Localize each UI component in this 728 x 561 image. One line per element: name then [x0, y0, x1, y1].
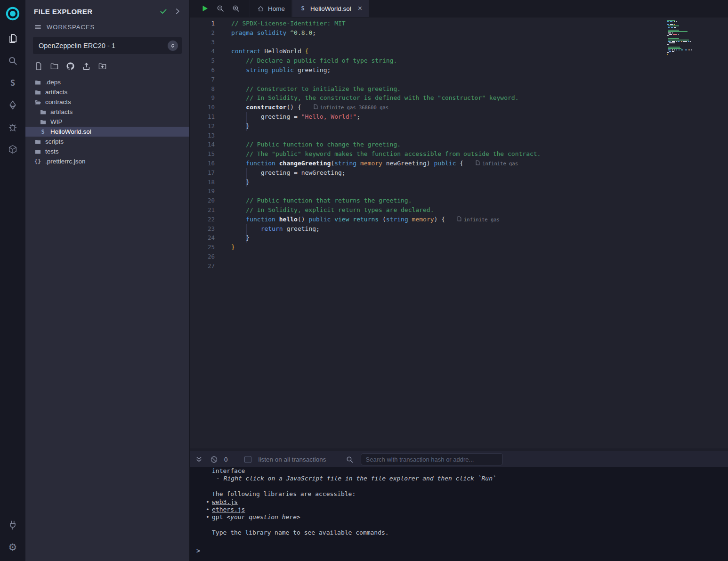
line-numbers[interactable]: 1234567891011121314151617181920212223242…: [190, 19, 224, 271]
line-number[interactable]: 12: [190, 122, 224, 131]
code-line[interactable]: }: [231, 233, 662, 243]
code-line[interactable]: }: [231, 122, 662, 131]
create-folder-icon[interactable]: [50, 62, 59, 71]
code-line[interactable]: // The "public" keyword makes the functi…: [231, 149, 662, 159]
play-icon[interactable]: [201, 4, 209, 13]
tree-item-artifacts[interactable]: artifacts: [25, 107, 189, 117]
close-icon[interactable]: ×: [358, 5, 362, 12]
solidity-compiler-icon[interactable]: S: [0, 72, 25, 94]
line-number[interactable]: 14: [190, 140, 224, 149]
search-icon[interactable]: [0, 49, 25, 72]
line-number[interactable]: 8: [190, 84, 224, 94]
plugin-manager-icon[interactable]: [0, 514, 25, 536]
code-line[interactable]: return greeting;: [231, 224, 662, 234]
code-line[interactable]: // SPDX-License-Identifier: MIT: [231, 19, 662, 28]
line-number[interactable]: 11: [190, 112, 224, 122]
check-icon[interactable]: [159, 7, 168, 16]
code-line[interactable]: // Public function that returns the gree…: [231, 196, 662, 205]
line-number[interactable]: 18: [190, 178, 224, 187]
code-line[interactable]: [231, 252, 662, 261]
workspace-select[interactable]: OpenZeppelin ERC20 - 1: [33, 37, 182, 54]
code-line[interactable]: [231, 38, 662, 47]
code-line[interactable]: function hello() public view returns (st…: [231, 215, 662, 224]
terminal-search-input[interactable]: [361, 453, 503, 465]
code-line[interactable]: [231, 131, 662, 140]
terminal-link[interactable]: web3.js: [212, 498, 238, 505]
tree-item-artifacts[interactable]: artifacts: [25, 87, 189, 97]
line-number[interactable]: 15: [190, 149, 224, 159]
line-number[interactable]: 21: [190, 205, 224, 215]
chevrons-down-icon[interactable]: [195, 455, 203, 463]
workspace-toggle-icon[interactable]: [168, 41, 178, 51]
publish-to-gist-icon[interactable]: [66, 62, 75, 71]
chevron-right-icon[interactable]: [173, 7, 182, 16]
line-number[interactable]: 2: [190, 28, 224, 38]
tree-item-tests[interactable]: tests: [25, 146, 189, 156]
code-line[interactable]: }: [231, 243, 662, 252]
code-line[interactable]: pragma solidity ^0.8.0;: [231, 28, 662, 38]
code-line[interactable]: // Declare a public field of type string…: [231, 56, 662, 65]
code-line[interactable]: // In Solidity, the constructor is defin…: [231, 93, 662, 103]
code-line[interactable]: function changeGreeting(string memory ne…: [231, 159, 662, 168]
minimap[interactable]: [667, 19, 726, 57]
tree-item-wip[interactable]: WIP: [25, 117, 189, 127]
search-icon[interactable]: [346, 455, 354, 463]
deploy-run-icon[interactable]: [0, 94, 25, 116]
zoom-out-icon[interactable]: [216, 4, 225, 13]
file-explorer-icon[interactable]: [0, 27, 25, 49]
line-number[interactable]: 7: [190, 75, 224, 84]
listen-transactions-checkbox[interactable]: [244, 456, 251, 463]
tab-home[interactable]: Home: [250, 0, 292, 17]
code-line[interactable]: [231, 187, 662, 196]
tree-item--prettierrc-json[interactable]: {}.prettierrc.json: [25, 156, 189, 166]
line-number[interactable]: 24: [190, 233, 224, 243]
code-line[interactable]: [231, 261, 662, 271]
clear-console-icon[interactable]: [210, 455, 218, 463]
zoom-in-icon[interactable]: [232, 4, 240, 13]
tree-item-helloworld-sol[interactable]: SHelloWorld.sol: [25, 127, 189, 137]
learneth-icon[interactable]: [0, 138, 25, 160]
terminal-prompt[interactable]: >: [196, 547, 200, 554]
code-line[interactable]: greeting = "Hello, World!";: [231, 112, 662, 122]
line-number[interactable]: 13: [190, 131, 224, 140]
line-number[interactable]: 25: [190, 243, 224, 252]
line-number[interactable]: 23: [190, 224, 224, 234]
code-line[interactable]: [231, 75, 662, 84]
tree-item-scripts[interactable]: scripts: [25, 137, 189, 146]
line-number[interactable]: 26: [190, 252, 224, 261]
code-content[interactable]: // SPDX-License-Identifier: MITpragma so…: [231, 19, 662, 271]
line-number[interactable]: 1: [190, 19, 224, 28]
code-line[interactable]: constructor() {infinite gas 368600 gas: [231, 103, 662, 112]
debugger-icon[interactable]: [0, 116, 25, 138]
code-line[interactable]: // Public function to change the greetin…: [231, 140, 662, 149]
code-line[interactable]: contract HelloWorld {: [231, 47, 662, 56]
line-number[interactable]: 9: [190, 93, 224, 103]
upload-file-icon[interactable]: [82, 62, 91, 71]
create-file-icon[interactable]: [34, 62, 43, 71]
tab-helloworld-sol[interactable]: SHelloWorld.sol×: [292, 0, 369, 17]
tree-item-contracts[interactable]: contracts: [25, 97, 189, 107]
hamburger-icon[interactable]: [34, 23, 42, 31]
line-number[interactable]: 19: [190, 187, 224, 196]
settings-icon[interactable]: ⚙: [0, 536, 25, 558]
code-line[interactable]: // Constructor to initialize the greetin…: [231, 84, 662, 94]
line-number[interactable]: 27: [190, 261, 224, 271]
terminal-link[interactable]: ethers.js: [212, 506, 245, 513]
line-number[interactable]: 4: [190, 47, 224, 56]
terminal-content[interactable]: interface- Right click on a JavaScript f…: [190, 467, 728, 561]
line-number[interactable]: 3: [190, 38, 224, 47]
line-number[interactable]: 17: [190, 168, 224, 178]
line-number[interactable]: 6: [190, 65, 224, 75]
line-number[interactable]: 22: [190, 215, 224, 224]
remix-logo-icon[interactable]: [0, 0, 25, 27]
line-number[interactable]: 20: [190, 196, 224, 205]
code-line[interactable]: string public greeting;: [231, 65, 662, 75]
code-line[interactable]: // In Solidity, explicit return types ar…: [231, 205, 662, 215]
line-number[interactable]: 5: [190, 56, 224, 65]
upload-folder-icon[interactable]: [98, 62, 107, 71]
line-number[interactable]: 16: [190, 159, 224, 168]
code-line[interactable]: greeting = newGreeting;: [231, 168, 662, 178]
line-number[interactable]: 10: [190, 103, 224, 112]
code-line[interactable]: }: [231, 178, 662, 187]
tree-item--deps[interactable]: .deps: [25, 77, 189, 87]
